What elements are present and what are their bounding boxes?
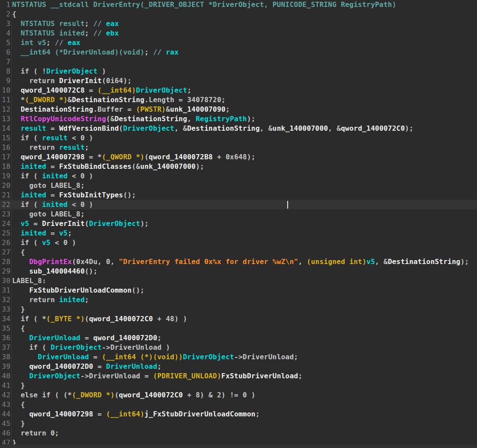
code-line[interactable]: 38 DriverUnload = (__int64 (*)(void))Dri… [0,352,477,362]
code-line[interactable]: 8 if ( !DriverObject ) [0,67,477,76]
line-number: 14 [0,124,10,133]
code-line[interactable]: 35 { [0,324,477,333]
code-line[interactable]: 24 v5 = DriverInit(DriverObject); [0,219,477,229]
code-line[interactable]: 28 DbgPrintEx(0x4Du, 0, "DriverEntry fai… [0,257,477,267]
code-text: DriverUnload = qword_1400072D0; [12,333,162,343]
code-line[interactable]: 32 return inited; [0,295,477,305]
code-line[interactable]: 9 return DriverInit(0i64); [0,76,477,86]
line-number: 46 [0,429,10,438]
code-line[interactable]: 34 if ( *(_BYTE *)(qword_1400072C0 + 48)… [0,314,477,324]
code-line[interactable]: 1NTSTATUS __stdcall DriverEntry(_DRIVER_… [0,0,477,10]
code-line[interactable]: 16 return result; [0,143,477,152]
code-line[interactable]: 25 inited = v5; [0,229,477,238]
code-line[interactable]: 42 else if ( (*(_DWORD *)(qword_1400072C… [0,390,477,400]
code-line[interactable]: 5 int v5; // eax [0,38,477,48]
code-line[interactable]: 12 DestinationString.Buffer = (PWSTR)&un… [0,105,477,114]
code-line[interactable]: 36 DriverUnload = qword_1400072D0; [0,333,477,343]
code-text: goto LABEL_8; [12,209,85,219]
code-line[interactable]: 29 sub_140004460(); [0,267,477,276]
code-text: FxStubDriverUnloadCommon(); [12,286,144,295]
line-number: 18 [0,162,10,171]
code-text: return DriverInit(0i64); [12,76,132,86]
line-number: 25 [0,229,10,238]
line-number: 41 [0,381,10,390]
code-area[interactable]: 1NTSTATUS __stdcall DriverEntry(_DRIVER_… [0,0,477,448]
code-line[interactable]: 10 qword_1400072C8 = (__int64)DriverObje… [0,86,477,95]
line-number: 5 [0,38,10,48]
code-line[interactable]: 14 result = WdfVersionBind(DriverObject,… [0,124,477,133]
code-text: { [12,10,16,19]
code-text: } [12,305,25,314]
code-line[interactable]: 7 [0,57,477,67]
code-line[interactable]: 19 if ( inited < 0 ) [0,171,477,181]
code-line[interactable]: 22 if ( inited < 0 ) [0,200,477,209]
code-line[interactable]: 11 *(_DWORD *)&DestinationString.Length … [0,95,477,105]
code-text: sub_140004460(); [12,267,97,276]
line-number: 21 [0,190,10,200]
bottom-strip [0,445,477,448]
code-line[interactable]: 2{ [0,10,477,19]
line-number: 30 [0,276,10,286]
code-text: inited = FxStubInitTypes(); [12,190,136,200]
code-line[interactable]: 43 { [0,400,477,409]
code-text: if ( v5 < 0 ) [12,238,76,248]
code-text: goto LABEL_8; [12,181,85,190]
code-text: } [12,381,25,390]
code-line[interactable]: 4 NTSTATUS inited; // ebx [0,29,477,38]
line-number: 26 [0,238,10,248]
code-line[interactable]: 44 qword_140007298 = (__int64)j_FxStubDr… [0,409,477,419]
code-text: __int64 (*DriverUnload)(void); // rax [12,48,178,57]
line-number: 23 [0,209,10,219]
line-number: 39 [0,362,10,371]
code-text: return 0; [12,429,59,438]
code-text: qword_1400072D0 = DriverUnload; [12,362,162,371]
code-line[interactable]: 15 if ( result < 0 ) [0,133,477,143]
code-text: { [12,400,25,409]
code-text: NTSTATUS result; // eax [12,19,119,29]
code-text: qword_1400072C8 = (__int64)DriverObject; [12,86,191,95]
code-line[interactable]: 18 inited = FxStubBindClasses(&unk_14000… [0,162,477,171]
pseudocode-editor[interactable]: 1NTSTATUS __stdcall DriverEntry(_DRIVER_… [0,0,477,448]
code-text: qword_140007298 = (__int64)j_FxStubDrive… [12,409,260,419]
code-text: else if ( (*(_DWORD *)(qword_1400072C0 +… [12,390,256,400]
code-line[interactable]: 40 DriverObject->DriverUnload = (PDRIVER… [0,371,477,381]
code-line[interactable]: 41 } [0,381,477,390]
code-text: *(_DWORD *)&DestinationString.Length = 3… [12,95,226,105]
code-line[interactable]: 46 return 0; [0,429,477,438]
code-line[interactable]: 3 NTSTATUS result; // eax [0,19,477,29]
line-number: 45 [0,419,10,429]
code-line[interactable]: 30LABEL_8: [0,276,477,286]
code-text: inited = v5; [12,229,72,238]
code-line[interactable]: 39 qword_1400072D0 = DriverUnload; [0,362,477,371]
line-number: 15 [0,133,10,143]
line-number: 19 [0,171,10,181]
code-text: DriverObject->DriverUnload = (PDRIVER_UN… [12,371,302,381]
code-line[interactable]: 37 if ( DriverObject->DriverUnload ) [0,343,477,352]
code-text: { [12,324,25,333]
code-line[interactable]: 31 FxStubDriverUnloadCommon(); [0,286,477,295]
line-number: 16 [0,143,10,152]
code-line[interactable]: 26 if ( v5 < 0 ) [0,238,477,248]
line-number: 13 [0,114,10,124]
code-line[interactable]: 6 __int64 (*DriverUnload)(void); // rax [0,48,477,57]
line-number: 32 [0,295,10,305]
line-number: 31 [0,286,10,295]
code-line[interactable]: 45 } [0,419,477,429]
line-number: 22 [0,200,10,209]
code-text: if ( !DriverObject ) [12,67,106,76]
code-line[interactable]: 20 goto LABEL_8; [0,181,477,190]
line-number: 2 [0,10,10,19]
code-text: NTSTATUS __stdcall DriverEntry(_DRIVER_O… [12,0,396,10]
line-number: 27 [0,248,10,257]
code-line[interactable]: 17 qword_140007298 = *(_QWORD *)(qword_1… [0,152,477,162]
code-text: qword_140007298 = *(_QWORD *)(qword_1400… [12,152,256,162]
code-line[interactable]: 23 goto LABEL_8; [0,209,477,219]
line-number: 37 [0,343,10,352]
code-line[interactable]: 33 } [0,305,477,314]
code-line[interactable]: 21 inited = FxStubInitTypes(); [0,190,477,200]
code-line[interactable]: 13 RtlCopyUnicodeString(&DestinationStri… [0,114,477,124]
code-text: result = WdfVersionBind(DriverObject, &D… [12,124,413,133]
code-text: return inited; [12,295,89,305]
code-text: if ( inited < 0 ) [12,200,93,209]
code-line[interactable]: 27 { [0,248,477,257]
